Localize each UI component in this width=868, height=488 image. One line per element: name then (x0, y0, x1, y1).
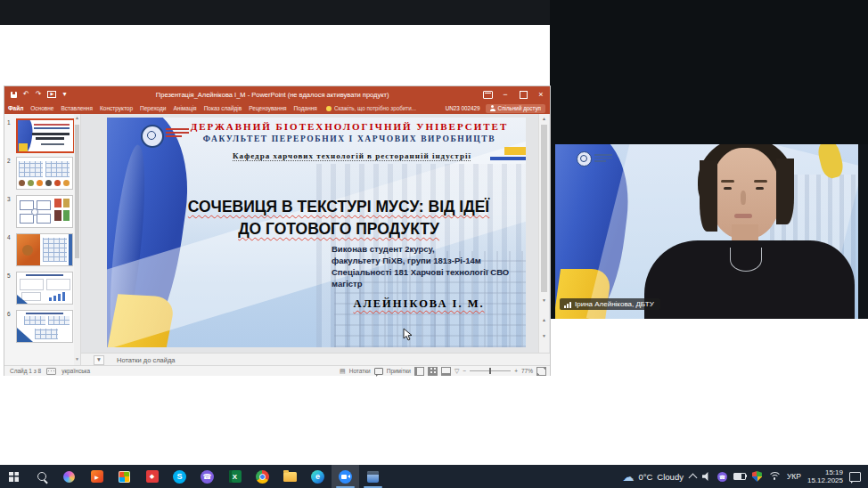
wifi-icon[interactable] (768, 472, 781, 482)
taskbar-file-explorer-button[interactable] (276, 465, 304, 488)
taskbar-red-app-button[interactable]: ◆ (138, 465, 166, 488)
normal-view-button[interactable] (414, 367, 424, 376)
taskbar-copilot-button[interactable] (55, 465, 83, 488)
slideshow-view-icon[interactable]: ▽ (454, 368, 459, 375)
participant-name: Ірина Алейнікова, ДБТУ (575, 300, 654, 308)
slide-thumbnail-2[interactable] (16, 157, 73, 190)
copilot-icon (63, 471, 75, 483)
tab-file[interactable]: Файл (4, 105, 27, 111)
slide-thumbnail-4[interactable] (16, 233, 73, 266)
slide-thumbnail-6[interactable] (16, 310, 73, 343)
battery-icon[interactable] (733, 473, 746, 480)
tab-home[interactable]: Основне (27, 105, 57, 111)
tab-insert[interactable]: Вставлення (57, 105, 96, 111)
next-slide-icon[interactable]: ▼ (539, 333, 549, 338)
fit-slide-to-window-button[interactable] (536, 367, 546, 376)
university-logo-inner (147, 131, 156, 140)
thumb-scroll-down-icon[interactable]: ▼ (74, 356, 80, 362)
taskbar-edge-button[interactable]: e (304, 465, 332, 488)
taskbar-chrome-button[interactable] (249, 465, 276, 488)
license-id: UN23 002429 (446, 105, 480, 111)
windows-security-icon[interactable] (752, 471, 762, 482)
tab-transitions[interactable]: Переходи (136, 105, 169, 111)
slide-title-line2: ДО ГОТОВОГО ПРОДУКТУ (156, 220, 521, 239)
screen: — × ↶ ↷ ▶ ▾ Презентація_Алейнікова І_М -… (0, 0, 868, 488)
battery-nub (746, 475, 748, 477)
slide-sorter-view-button[interactable] (428, 367, 438, 376)
save-icon[interactable] (11, 92, 17, 98)
taskbar-clock[interactable]: 15:19 15.12.2025 (807, 468, 843, 485)
tab-animations[interactable]: Анімація (170, 105, 201, 111)
taskbar-store-button[interactable] (111, 465, 138, 488)
thumb4-edge (69, 234, 72, 265)
person-brow-right (754, 180, 767, 183)
tab-design[interactable]: Конструктор (96, 105, 136, 111)
logo-text-line (594, 158, 612, 159)
tab-view[interactable]: Подання (291, 105, 321, 111)
zoom-out-icon[interactable]: − (463, 368, 466, 374)
taskbar-skype-button[interactable]: S (166, 465, 193, 488)
taskbar-excel-button[interactable]: X (221, 465, 249, 488)
ppt-close-button[interactable]: × (532, 86, 550, 102)
slide-canvas[interactable]: ДЕРЖАВНИЙ БІОТЕХНОЛОГІЧНИЙ УНІВЕРСИТЕТ Ф… (107, 118, 526, 347)
thumb6-title (26, 313, 63, 314)
input-language[interactable]: УКР (787, 472, 801, 481)
comments-icon[interactable] (374, 368, 383, 375)
slide-scroll-down-icon[interactable]: ▼ (539, 297, 549, 303)
thumb2-lentil-4 (45, 180, 52, 186)
thumb-scroll-thumb[interactable] (75, 125, 79, 258)
zoom-slider[interactable] (470, 370, 511, 371)
slide-thumbnail-3[interactable] (16, 195, 73, 228)
show-hidden-icons-chevron[interactable] (688, 473, 697, 482)
slide-thumbnail-1[interactable] (16, 118, 75, 153)
action-center-icon[interactable] (849, 472, 861, 482)
tab-review[interactable]: Рецензування (245, 105, 290, 111)
thumbnail-number: 5 (7, 272, 16, 279)
zoom-slider-handle[interactable] (489, 368, 491, 374)
slide-body-text: Виконав студент 2курсу, факультету ПіХВ,… (332, 243, 523, 289)
weather-widget[interactable]: ☁ 0°C Cloudy (622, 471, 684, 483)
tab-slideshow[interactable]: Показ слайдів (201, 105, 246, 111)
thumb-scroll-up-icon[interactable]: ▲ (74, 115, 80, 120)
redo-icon[interactable]: ↷ (36, 91, 42, 98)
zoom-in-icon[interactable]: + (514, 368, 518, 374)
slide-scroll-up-icon[interactable]: ▲ (539, 116, 549, 121)
ribbon-display-options-button[interactable] (479, 86, 496, 102)
thumbnail-scrollbar[interactable]: ▲ ▼ (74, 114, 80, 365)
slide-thumbnail-5[interactable] (16, 272, 73, 305)
notes-placeholder[interactable]: Нотатки до слайда (117, 356, 175, 364)
slide-scrollbar[interactable]: ▲ ▼ ▲ ▼ (538, 114, 549, 353)
thumb1-body (41, 143, 64, 145)
start-slideshow-icon[interactable]: ▶ (47, 91, 56, 98)
taskbar-search-button[interactable] (28, 465, 55, 488)
ppt-restore-button[interactable] (514, 86, 532, 102)
ppt-minimize-button[interactable]: − (496, 86, 514, 102)
thumb6-table2 (48, 316, 70, 325)
start-button[interactable] (0, 465, 28, 488)
person-hair-left (700, 160, 717, 232)
share-button[interactable]: Спільний доступ (486, 104, 545, 113)
zoom-level[interactable]: 77% (521, 368, 533, 374)
thumb4-spoon (22, 245, 33, 256)
thumb5-chart1 (20, 279, 44, 290)
notes-collapse-icon[interactable]: ▾ (94, 355, 104, 365)
notes-bar[interactable]: ▾ Нотатки до слайда (81, 353, 550, 366)
comments-label[interactable]: Примітки (387, 368, 411, 374)
reading-view-button[interactable] (441, 367, 451, 376)
undo-icon[interactable]: ↶ (23, 91, 29, 98)
taskbar-media-player-button[interactable]: ▶ (83, 465, 111, 488)
webcam-video-tile[interactable]: Ірина Алейнікова, ДБТУ (555, 144, 868, 319)
notes-toggle-label[interactable]: Нотатки (349, 368, 371, 374)
previous-slide-icon[interactable]: ▲ (539, 317, 549, 322)
taskbar-zoom-button[interactable] (332, 465, 359, 488)
viber-icon: ☎ (201, 470, 214, 484)
slide-scroll-thumb[interactable] (541, 125, 547, 292)
search-icon (37, 472, 46, 481)
volume-icon[interactable] (702, 472, 711, 481)
taskbar-viber-button[interactable]: ☎ (193, 465, 221, 488)
notes-toggle-icon[interactable]: ▤ (340, 368, 346, 375)
taskbar-blue-app-button[interactable] (359, 465, 387, 488)
status-language[interactable]: українська (61, 368, 90, 374)
tell-me-search[interactable]: Скажіть, що потрібно зробити... (334, 105, 416, 111)
viber-tray-icon[interactable]: ☎ (717, 472, 727, 482)
